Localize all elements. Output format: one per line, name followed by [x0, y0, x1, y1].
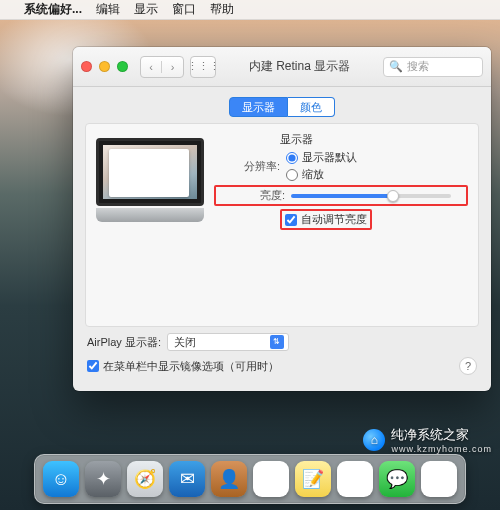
radio-default-input[interactable]: [286, 152, 298, 164]
minimize-button[interactable]: [99, 61, 110, 72]
resolution-label: 分辨率:: [214, 159, 280, 174]
auto-brightness-label: 自动调节亮度: [301, 212, 367, 227]
forward-button[interactable]: ›: [162, 61, 183, 73]
monitor-thumbnail: [96, 138, 204, 230]
display-prefs-window: ‹ › ⋮⋮⋮ 内建 Retina 显示器 🔍 搜索 显示器 颜色: [73, 47, 491, 391]
tab-color[interactable]: 颜色: [288, 97, 335, 117]
display-heading: 显示器: [280, 132, 313, 147]
display-settings: 显示器 分辨率: 显示器默认 缩放: [85, 123, 479, 327]
tab-bar: 显示器 颜色: [85, 97, 479, 117]
search-placeholder: 搜索: [407, 59, 429, 74]
radio-scaled[interactable]: 缩放: [286, 167, 357, 182]
radio-scaled-input[interactable]: [286, 169, 298, 181]
mirror-checkbox[interactable]: [87, 360, 99, 372]
watermark-title: 纯净系统之家: [391, 427, 469, 442]
chevron-updown-icon: ⇅: [270, 335, 284, 349]
watermark-logo-icon: ⌂: [363, 429, 385, 451]
brightness-row: 亮度:: [214, 185, 468, 206]
auto-brightness-row[interactable]: 自动调节亮度: [280, 209, 372, 230]
tab-display[interactable]: 显示器: [229, 97, 288, 117]
main-pane: 显示器 颜色 显示器 分辨率:: [73, 87, 491, 391]
brightness-slider[interactable]: [291, 194, 451, 198]
dock-app-contacts[interactable]: 👤: [211, 461, 247, 497]
dock-app-safari[interactable]: 🧭: [127, 461, 163, 497]
dock-app-reminders[interactable]: ☑: [337, 461, 373, 497]
brightness-label: 亮度:: [219, 188, 285, 203]
back-button[interactable]: ‹: [141, 61, 162, 73]
show-all-button[interactable]: ⋮⋮⋮: [190, 56, 216, 78]
dock-app-launchpad[interactable]: ✦: [85, 461, 121, 497]
airplay-select[interactable]: 关闭 ⇅: [167, 333, 289, 351]
airplay-label: AirPlay 显示器:: [87, 335, 161, 350]
menu-edit[interactable]: 编辑: [96, 1, 120, 18]
mirror-option-row[interactable]: 在菜单栏中显示镜像选项（可用时）: [87, 359, 279, 374]
dock-app-messages[interactable]: 💬: [379, 461, 415, 497]
help-button[interactable]: ?: [459, 357, 477, 375]
menu-view[interactable]: 显示: [134, 1, 158, 18]
airplay-value: 关闭: [174, 335, 196, 350]
radio-default-label: 显示器默认: [302, 150, 357, 165]
watermark: ⌂ 纯净系统之家 www.kzmyhome.com: [363, 426, 492, 454]
radio-scaled-label: 缩放: [302, 167, 324, 182]
dock-app-notes[interactable]: 📝: [295, 461, 331, 497]
search-field[interactable]: 🔍 搜索: [383, 57, 483, 77]
menu-window[interactable]: 窗口: [172, 1, 196, 18]
watermark-url: www.kzmyhome.com: [391, 444, 492, 454]
menubar: 系统偏好... 编辑 显示 窗口 帮助: [0, 0, 500, 20]
titlebar: ‹ › ⋮⋮⋮ 内建 Retina 显示器 🔍 搜索: [73, 47, 491, 87]
dock-app-photos[interactable]: ✿: [421, 461, 457, 497]
menu-app[interactable]: 系统偏好...: [24, 1, 82, 18]
radio-default-for-display[interactable]: 显示器默认: [286, 150, 357, 165]
menu-help[interactable]: 帮助: [210, 1, 234, 18]
close-button[interactable]: [81, 61, 92, 72]
zoom-button[interactable]: [117, 61, 128, 72]
dock-app-calendar[interactable]: 🗓: [253, 461, 289, 497]
desktop: 系统偏好... 编辑 显示 窗口 帮助 ‹ › ⋮⋮⋮ 内建 Retina 显示…: [0, 0, 500, 510]
bottom-bar: AirPlay 显示器: 关闭 ⇅ 在菜单栏中显示镜像选项（可用时） ?: [85, 327, 479, 381]
nav-back-forward[interactable]: ‹ ›: [140, 56, 184, 78]
dock: ☺✦🧭✉👤🗓📝☑💬✿: [34, 454, 466, 504]
search-icon: 🔍: [389, 60, 403, 73]
window-controls: [81, 61, 128, 72]
window-title: 内建 Retina 显示器: [222, 58, 377, 75]
auto-brightness-checkbox[interactable]: [285, 214, 297, 226]
dock-app-finder[interactable]: ☺: [43, 461, 79, 497]
dock-app-mail[interactable]: ✉: [169, 461, 205, 497]
mirror-label: 在菜单栏中显示镜像选项（可用时）: [103, 359, 279, 374]
